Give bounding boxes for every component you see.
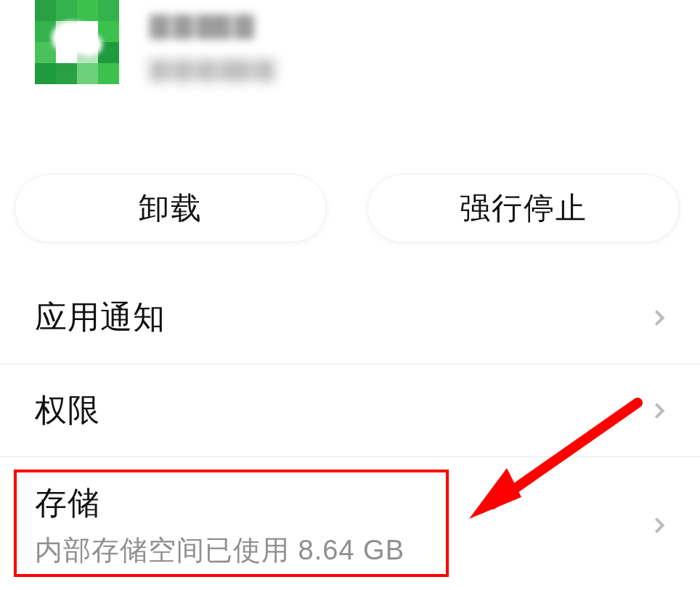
uninstall-label: 卸载 <box>139 188 203 229</box>
notifications-title: 应用通知 <box>35 296 671 339</box>
storage-subtitle: 内部存储空间已使用 8.64 GB <box>35 532 671 569</box>
notifications-row[interactable]: 应用通知 <box>0 271 700 364</box>
force-stop-label: 强行停止 <box>460 188 587 229</box>
chevron-right-icon <box>649 401 670 421</box>
app-version-obscured <box>150 60 274 81</box>
action-button-row: 卸载 强行停止 <box>0 123 700 269</box>
settings-list: 应用通知 权限 存储 内部存储空间已使用 8.64 GB <box>0 271 700 590</box>
chevron-right-icon <box>649 515 670 536</box>
app-icon <box>35 0 119 84</box>
app-meta <box>150 0 274 102</box>
force-stop-button[interactable]: 强行停止 <box>367 174 680 242</box>
permissions-title: 权限 <box>35 389 671 432</box>
app-name-obscured <box>150 15 274 39</box>
chevron-right-icon <box>649 308 670 328</box>
storage-row[interactable]: 存储 内部存储空间已使用 8.64 GB <box>0 456 700 590</box>
permissions-row[interactable]: 权限 <box>0 364 700 456</box>
app-header <box>0 0 700 123</box>
storage-title: 存储 <box>35 482 671 525</box>
uninstall-button[interactable]: 卸载 <box>15 174 327 242</box>
